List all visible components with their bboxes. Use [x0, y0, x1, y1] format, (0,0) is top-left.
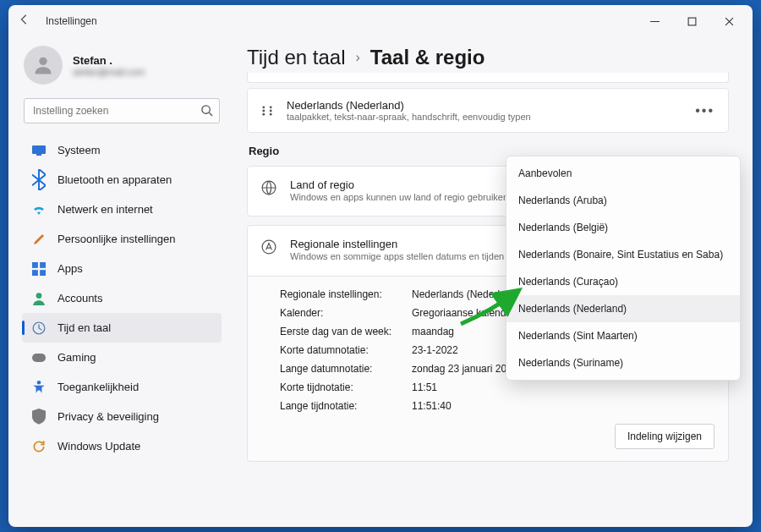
- titlebar: Instellingen: [8, 5, 753, 37]
- regional-format-dropdown[interactable]: Aanbevolen Nederlands (Aruba) Nederlands…: [506, 156, 741, 381]
- svg-rect-7: [32, 270, 38, 276]
- svg-rect-3: [32, 145, 46, 154]
- more-options-button[interactable]: •••: [695, 103, 714, 118]
- nav-windows-update[interactable]: Windows Update: [22, 431, 222, 461]
- back-icon[interactable]: [19, 14, 30, 29]
- globe-clock-icon: [32, 321, 46, 335]
- detail-row: Korte tijdnotatie:11:51: [280, 378, 714, 397]
- svg-rect-6: [40, 262, 46, 268]
- shield-icon: [32, 410, 46, 424]
- maximize-button[interactable]: [673, 8, 710, 35]
- nav-label: Persoonlijke instellingen: [57, 233, 175, 245]
- main-content: Tijd en taal › Taal & regio Nederlands (…: [230, 37, 753, 527]
- svg-point-15: [262, 109, 265, 112]
- dropdown-option-selected[interactable]: Nederlands (Nederland): [506, 295, 740, 322]
- nav-label: Tijd en taal: [57, 321, 111, 334]
- nav-netwerk[interactable]: Netwerk en internet: [22, 195, 222, 224]
- profile-email: stefan@mail.com: [73, 67, 145, 77]
- nav-persoonlijk[interactable]: Persoonlijke instellingen: [22, 224, 222, 254]
- dropdown-option[interactable]: Nederlands (Curaçao): [506, 268, 740, 295]
- language-card[interactable]: Nederlands (Nederland) taalpakket, tekst…: [247, 88, 729, 133]
- dropdown-option[interactable]: Nederlands (België): [506, 214, 740, 241]
- nav-label: Systeem: [57, 144, 101, 156]
- svg-rect-0: [688, 18, 696, 25]
- nav-label: Privacy & beveiliging: [57, 410, 159, 423]
- dropdown-option[interactable]: Nederlands (Bonaire, Sint Eustatius en S…: [506, 241, 740, 268]
- search-icon: [200, 104, 213, 117]
- avatar: [24, 46, 63, 85]
- sidebar: Stefan . stefan@mail.com Systeem Bluetoo…: [8, 37, 230, 527]
- nav-bluetooth[interactable]: Bluetooth en apparaten: [22, 165, 222, 195]
- svg-rect-8: [40, 270, 46, 276]
- nav-label: Netwerk en internet: [57, 203, 153, 216]
- accessibility-icon: [32, 381, 46, 394]
- chevron-right-icon: ›: [356, 50, 360, 65]
- nav: Systeem Bluetooth en apparaten Netwerk e…: [20, 135, 223, 461]
- apps-icon: [32, 262, 46, 276]
- nav-privacy[interactable]: Privacy & beveiliging: [22, 402, 222, 431]
- globe-icon: [261, 180, 276, 195]
- settings-window: Instellingen Stefan . stefan@mail.com: [8, 5, 753, 527]
- nav-apps[interactable]: Apps: [22, 254, 222, 283]
- person-icon: [32, 292, 46, 305]
- breadcrumb: Tijd en taal › Taal & regio: [247, 46, 729, 69]
- detail-row: Lange tijdnotatie:11:51:40: [280, 397, 714, 415]
- language-title: Nederlands (Nederland): [287, 99, 682, 112]
- drag-handle-icon[interactable]: [261, 105, 273, 117]
- language-subtitle: taalpakket, tekst-naar-spraak, handschri…: [287, 112, 682, 122]
- svg-rect-4: [36, 154, 41, 156]
- breadcrumb-current: Taal & regio: [370, 46, 485, 69]
- svg-point-9: [36, 293, 42, 299]
- gaming-icon: [32, 351, 46, 365]
- bluetooth-icon: [32, 173, 46, 187]
- minimize-button[interactable]: [636, 8, 673, 35]
- nav-label: Gaming: [57, 351, 96, 364]
- display-icon: [32, 144, 46, 157]
- svg-rect-11: [32, 354, 46, 362]
- svg-point-2: [202, 106, 210, 113]
- profile-name: Stefan .: [73, 54, 145, 67]
- indeling-wijzigen-button[interactable]: Indeling wijzigen: [615, 424, 714, 449]
- nav-gaming[interactable]: Gaming: [22, 343, 222, 372]
- search-input[interactable]: [24, 98, 220, 123]
- dropdown-option[interactable]: Aanbevolen: [506, 160, 740, 187]
- app-title: Instellingen: [46, 15, 97, 27]
- update-icon: [32, 440, 46, 453]
- nav-accounts[interactable]: Accounts: [22, 283, 222, 313]
- profile[interactable]: Stefan . stefan@mail.com: [20, 42, 223, 98]
- nav-label: Toegankelijkheid: [57, 381, 139, 393]
- globe-a-icon: [261, 239, 276, 255]
- svg-point-17: [262, 112, 265, 115]
- nav-tijd-en-taal[interactable]: Tijd en taal: [22, 313, 222, 343]
- svg-point-13: [262, 106, 265, 108]
- close-button[interactable]: [710, 8, 747, 35]
- svg-point-1: [39, 58, 47, 65]
- dropdown-option[interactable]: Nederlands (Sint Maarten): [506, 322, 740, 349]
- svg-point-14: [270, 106, 272, 108]
- svg-point-16: [270, 109, 272, 112]
- dropdown-option[interactable]: Nederlands (Suriname): [506, 349, 740, 376]
- nav-label: Windows Update: [57, 440, 140, 452]
- truncated-card: [247, 73, 729, 83]
- svg-rect-5: [32, 262, 38, 268]
- svg-point-12: [37, 381, 41, 385]
- brush-icon: [32, 233, 46, 246]
- nav-label: Apps: [57, 262, 83, 275]
- svg-point-18: [270, 112, 272, 115]
- nav-systeem[interactable]: Systeem: [22, 135, 222, 165]
- nav-label: Bluetooth en apparaten: [57, 173, 172, 186]
- breadcrumb-parent[interactable]: Tijd en taal: [247, 46, 346, 69]
- nav-toegankelijkheid[interactable]: Toegankelijkheid: [22, 372, 222, 402]
- wifi-icon: [32, 203, 46, 217]
- dropdown-option[interactable]: Nederlands (Aruba): [506, 187, 740, 214]
- nav-label: Accounts: [57, 292, 102, 304]
